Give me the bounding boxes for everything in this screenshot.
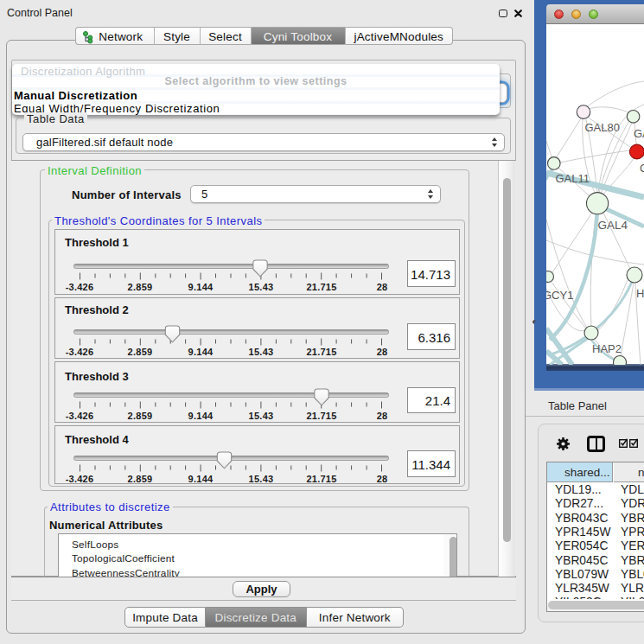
svg-text:GAL11: GAL11 — [556, 172, 590, 185]
svg-text:GCY1: GCY1 — [546, 289, 573, 302]
svg-text:GAL4: GAL4 — [598, 219, 628, 232]
svg-text:GA: GA — [634, 127, 644, 140]
svg-text:C: C — [640, 162, 644, 175]
svg-text:H: H — [636, 287, 644, 300]
svg-text:GAL80: GAL80 — [585, 121, 620, 134]
svg-text:HAP2: HAP2 — [592, 342, 622, 355]
